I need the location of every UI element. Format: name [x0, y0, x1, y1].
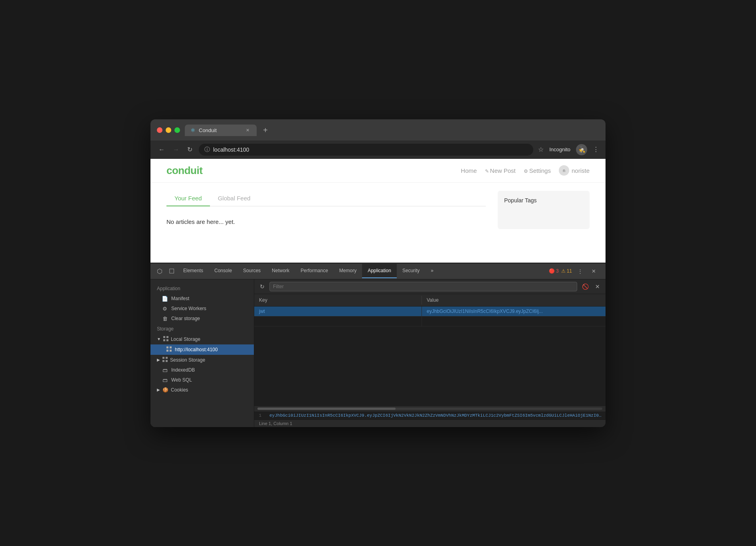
web-sql-icon: 🗃: [162, 377, 168, 383]
value-pane: 1 eyJhbGci0iJIUzI1NiIsInR5cCI6IkpXVCJ9.e…: [254, 406, 606, 419]
devtools-more-button[interactable]: ⋮: [574, 264, 586, 278]
col-key-header: Key: [254, 296, 422, 305]
sidebar-item-clear-storage[interactable]: 🗑 Clear storage: [150, 314, 254, 324]
settings-link[interactable]: ⚙Settings: [524, 167, 551, 174]
forward-button[interactable]: →: [171, 144, 181, 155]
table-body: jwt eyJhbGciOiJIUzI1NiIsInR5cCI6IkpXVCJ9…: [254, 307, 606, 406]
devtools-status-icons: 🔴 3 ⚠ 11 ⋮ ✕: [546, 264, 602, 278]
devtools-tab-bar: ⬡ ☐ Elements Console Sources Network Per…: [150, 263, 606, 279]
web-content: conduit Home ✎New Post ⚙Settings n noris…: [150, 159, 606, 263]
url-display: localhost:4100: [213, 146, 528, 153]
home-link[interactable]: Home: [461, 167, 477, 174]
warning-icon: ⚠: [561, 268, 566, 274]
localhost-label: http://localhost:4100: [175, 347, 218, 352]
sidebar-group-cookies[interactable]: ▶ 🍪 Cookies: [150, 385, 254, 395]
col-value-header: Value: [422, 296, 606, 305]
clear-storage-label: Clear storage: [171, 316, 200, 321]
new-post-link[interactable]: ✎New Post: [485, 167, 516, 174]
scrollbar-thumb[interactable]: [257, 408, 396, 410]
browser-tabs: ⚛ Conduit ✕ +: [185, 124, 599, 136]
devtools-inspect-button[interactable]: ⬡: [154, 263, 166, 279]
session-storage-label: Session Storage: [170, 357, 205, 363]
cell-value-empty: [422, 317, 606, 326]
app-section-title: Application: [150, 283, 254, 294]
minimize-window-button[interactable]: [166, 127, 171, 133]
incognito-icon: 🕵: [576, 144, 587, 155]
browser-tab-conduit[interactable]: ⚛ Conduit ✕: [185, 125, 257, 136]
devtools-sidebar: Application 📄 Manifest ⚙ Service Workers…: [150, 279, 254, 427]
site-logo: conduit: [166, 164, 202, 177]
svg-rect-3: [166, 339, 168, 341]
tab-close-button[interactable]: ✕: [244, 127, 251, 134]
tab-favicon-icon: ⚛: [190, 127, 196, 133]
tab-performance[interactable]: Performance: [295, 264, 334, 278]
back-button[interactable]: ←: [157, 144, 166, 155]
devtools-toolbar: ↻ 🚫 ✕: [254, 279, 606, 294]
tab-more[interactable]: »: [425, 264, 439, 278]
warning-count: 11: [567, 268, 572, 274]
block-button[interactable]: 🚫: [580, 282, 590, 291]
new-tab-button[interactable]: +: [260, 124, 271, 136]
service-workers-label: Service Workers: [171, 306, 206, 311]
incognito-label: Incognito: [549, 146, 570, 152]
clear-filter-button[interactable]: ✕: [594, 282, 602, 291]
cell-key: jwt: [254, 307, 422, 316]
address-bar-input-wrap[interactable]: ⓘ localhost:4100: [199, 144, 533, 156]
username-label: noriste: [572, 167, 590, 174]
site-nav-links: Home ✎New Post ⚙Settings n noriste: [461, 165, 590, 176]
line-content: eyJhbGci0iJIUzI1NiIsInR5cCI6IkpXVCJ9.eyJ…: [266, 411, 606, 419]
sidebar-item-web-sql[interactable]: 🗃 Web SQL: [150, 375, 254, 385]
settings-icon: ⚙: [524, 168, 528, 174]
scrollbar-area[interactable]: [254, 406, 606, 411]
tab-network[interactable]: Network: [266, 264, 295, 278]
svg-rect-0: [163, 336, 165, 338]
scrollbar-track[interactable]: [257, 408, 602, 410]
sidebar-item-service-workers[interactable]: ⚙ Service Workers: [150, 304, 254, 314]
filter-input[interactable]: [269, 282, 577, 291]
traffic-lights: [157, 127, 180, 133]
sidebar-item-indexeddb[interactable]: 🗃 IndexedDB: [150, 365, 254, 375]
manifest-label: Manifest: [171, 296, 189, 301]
tab-memory[interactable]: Memory: [334, 264, 362, 278]
svg-rect-4: [166, 346, 168, 348]
browser-window: ⚛ Conduit ✕ + ← → ↻ ⓘ localhost:4100 ☆ I…: [150, 119, 606, 427]
tab-security[interactable]: Security: [397, 264, 425, 278]
sidebar-item-manifest[interactable]: 📄 Manifest: [150, 294, 254, 304]
tab-elements[interactable]: Elements: [178, 264, 209, 278]
close-window-button[interactable]: [157, 127, 162, 133]
feed-content-area: Your Feed Global Feed No articles are he…: [166, 191, 590, 229]
tab-sources[interactable]: Sources: [237, 264, 266, 278]
cell-key-empty: [254, 317, 422, 326]
sidebar-group-session-storage[interactable]: ▶ Session Storage: [150, 355, 254, 365]
popular-tags-box: Popular Tags: [498, 191, 590, 229]
tab-console[interactable]: Console: [209, 264, 237, 278]
sidebar-group-local-storage[interactable]: ▼ Local Storage: [150, 334, 254, 344]
cookies-label: Cookies: [171, 387, 188, 393]
indexeddb-label: IndexedDB: [171, 367, 195, 373]
warning-badge: ⚠ 11: [561, 268, 572, 274]
refresh-storage-button[interactable]: ↻: [258, 282, 266, 291]
maximize-window-button[interactable]: [174, 127, 180, 133]
table-row[interactable]: jwt eyJhbGciOiJIUzI1NiIsInR5cCI6IkpXVCJ9…: [254, 307, 606, 317]
your-feed-tab[interactable]: Your Feed: [166, 191, 210, 206]
storage-table: Key Value jwt eyJhbGciOiJIUzI1NiIsInR5cC…: [254, 294, 606, 406]
feed-tabs: Your Feed Global Feed: [166, 191, 486, 206]
site-nav: conduit Home ✎New Post ⚙Settings n noris…: [150, 159, 606, 183]
cookies-chevron-icon: ▶: [157, 388, 160, 392]
devtools-close-button[interactable]: ✕: [588, 264, 599, 278]
global-feed-tab[interactable]: Global Feed: [210, 191, 259, 206]
devtools-device-button[interactable]: ☐: [166, 263, 178, 279]
sidebar-item-localhost-4100[interactable]: http://localhost:4100: [150, 344, 254, 355]
new-post-icon: ✎: [485, 168, 489, 174]
manifest-icon: 📄: [162, 296, 168, 302]
more-menu-button[interactable]: ⋮: [593, 146, 599, 153]
reload-button[interactable]: ↻: [186, 144, 194, 155]
bookmark-button[interactable]: ☆: [538, 146, 544, 153]
tab-application[interactable]: Application: [362, 264, 397, 278]
svg-rect-9: [166, 357, 168, 359]
user-nav-item[interactable]: n noriste: [559, 165, 590, 176]
line-number: 1: [254, 411, 266, 419]
no-articles-message: No articles are here... yet.: [166, 214, 486, 229]
local-storage-chevron-icon: ▼: [157, 337, 161, 341]
cookies-icon: 🍪: [162, 387, 168, 393]
